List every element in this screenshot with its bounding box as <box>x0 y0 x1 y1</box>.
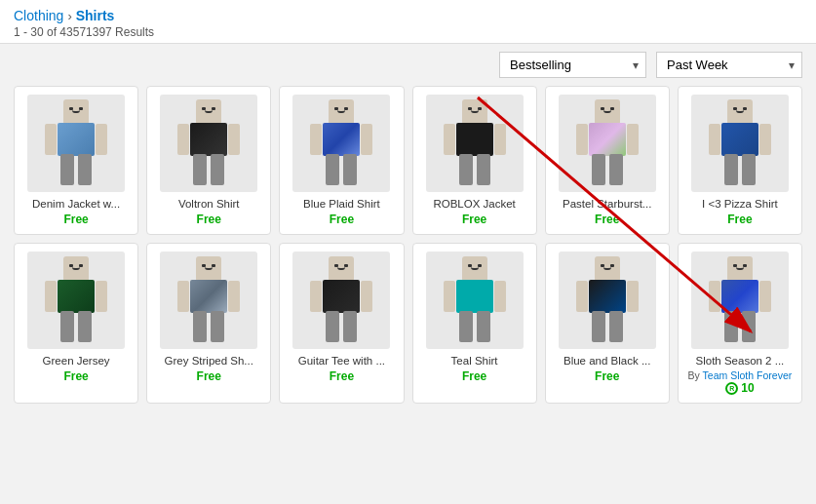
char-body <box>721 280 758 313</box>
char-arm-right <box>759 281 771 312</box>
list-item[interactable]: Denim Jacket w...Free <box>14 86 138 235</box>
item-name: Sloth Season 2 ... <box>686 355 794 367</box>
list-item[interactable]: Green JerseyFree <box>14 243 138 404</box>
char-smile <box>736 110 744 113</box>
char-leg-left <box>724 311 738 342</box>
char-leg-left <box>459 154 473 185</box>
char-smile <box>471 267 479 270</box>
char-leg-right <box>343 154 357 185</box>
char-face <box>334 264 348 270</box>
char-leg-left <box>193 311 207 342</box>
char-leg-left <box>459 311 473 342</box>
char-arm-left <box>177 281 189 312</box>
items-grid: Denim Jacket w...Free Voltron ShirtFree <box>0 86 816 417</box>
char-leg-right <box>211 311 224 342</box>
char-head <box>727 99 753 125</box>
item-thumbnail <box>691 95 789 192</box>
char-smile <box>205 267 213 270</box>
breadcrumb-shirts: Shirts <box>76 8 115 23</box>
item-creator: By Team Sloth Forever <box>688 369 793 381</box>
list-item[interactable]: Blue and Black ...Free <box>545 243 670 404</box>
item-price: Free <box>63 213 88 226</box>
item-thumbnail <box>292 95 390 192</box>
char-leg-right <box>742 154 756 185</box>
result-count: 1 - 30 of 43571397 Results <box>14 25 802 39</box>
char-leg-left <box>60 311 74 342</box>
item-name: Blue Plaid Shirt <box>288 198 395 210</box>
char-face <box>334 107 348 113</box>
sort-select[interactable]: Bestselling Price (Low to High) Price (H… <box>499 52 646 78</box>
character-figure <box>701 99 779 187</box>
sort-select-wrapper: Bestselling Price (Low to High) Price (H… <box>499 52 646 78</box>
char-face <box>468 107 482 113</box>
char-head <box>196 99 221 125</box>
item-thumbnail <box>559 95 656 192</box>
list-item[interactable]: Sloth Season 2 ...By Team Sloth ForeverR… <box>678 243 802 404</box>
char-body <box>323 280 360 313</box>
char-body <box>721 123 758 156</box>
char-head <box>462 256 487 282</box>
character-figure <box>302 99 380 187</box>
list-item[interactable]: Grey Striped Sh...Free <box>146 243 271 404</box>
char-smile <box>337 267 345 270</box>
char-body <box>456 280 493 313</box>
item-name: Grey Striped Sh... <box>155 355 262 367</box>
character-figure <box>302 256 380 344</box>
breadcrumb-clothing[interactable]: Clothing <box>14 8 63 23</box>
item-name: Green Jersey <box>22 355 130 367</box>
char-body <box>589 280 626 313</box>
char-arm-right <box>494 281 506 312</box>
char-leg-left <box>592 311 605 342</box>
list-item[interactable]: I <3 Pizza ShirtFree <box>678 86 802 235</box>
list-item[interactable]: Voltron ShirtFree <box>146 86 271 235</box>
char-smile <box>603 110 611 113</box>
character-figure <box>568 256 646 344</box>
char-arm-right <box>228 281 240 312</box>
char-leg-right <box>211 154 224 185</box>
char-arm-right <box>627 124 639 155</box>
char-head <box>63 256 89 282</box>
char-arm-left <box>576 281 588 312</box>
char-head <box>595 99 620 125</box>
time-select[interactable]: Past Week Past Day Past Month All Time <box>656 52 802 78</box>
char-smile <box>603 267 611 270</box>
char-face <box>468 264 482 270</box>
character-figure <box>37 99 115 187</box>
item-thumbnail <box>559 252 656 349</box>
char-face <box>601 264 614 270</box>
char-smile <box>337 110 345 113</box>
char-arm-right <box>361 124 372 155</box>
item-name: ROBLOX Jacket <box>421 198 528 210</box>
char-smile <box>471 110 479 113</box>
list-item[interactable]: Pastel Starburst...Free <box>545 86 670 235</box>
creator-link[interactable]: Team Sloth Forever <box>703 369 793 381</box>
list-item[interactable]: Guitar Tee with ...Free <box>279 243 404 404</box>
char-face <box>601 107 614 113</box>
char-leg-left <box>193 154 207 185</box>
item-price: Free <box>727 213 752 226</box>
char-arm-left <box>45 281 57 312</box>
char-head <box>196 256 221 282</box>
char-arm-right <box>96 124 107 155</box>
list-item[interactable]: ROBLOX JacketFree <box>412 86 537 235</box>
list-item[interactable]: Teal ShirtFree <box>412 243 537 404</box>
item-thumbnail <box>160 252 257 349</box>
char-arm-left <box>444 124 455 155</box>
list-item[interactable]: Blue Plaid ShirtFree <box>279 86 404 235</box>
item-thumbnail <box>691 252 789 349</box>
character-figure <box>568 99 646 187</box>
char-face <box>202 107 215 113</box>
item-thumbnail <box>292 252 390 349</box>
breadcrumb: Clothing › Shirts <box>14 8 802 23</box>
char-face <box>69 107 83 113</box>
character-figure <box>37 256 115 344</box>
char-arm-left <box>444 281 455 312</box>
char-head <box>63 99 89 125</box>
character-figure <box>701 256 779 344</box>
item-name: Guitar Tee with ... <box>288 355 395 367</box>
char-leg-left <box>724 154 738 185</box>
char-leg-right <box>609 154 623 185</box>
char-leg-left <box>592 154 605 185</box>
char-head <box>329 99 354 125</box>
char-leg-right <box>609 311 623 342</box>
